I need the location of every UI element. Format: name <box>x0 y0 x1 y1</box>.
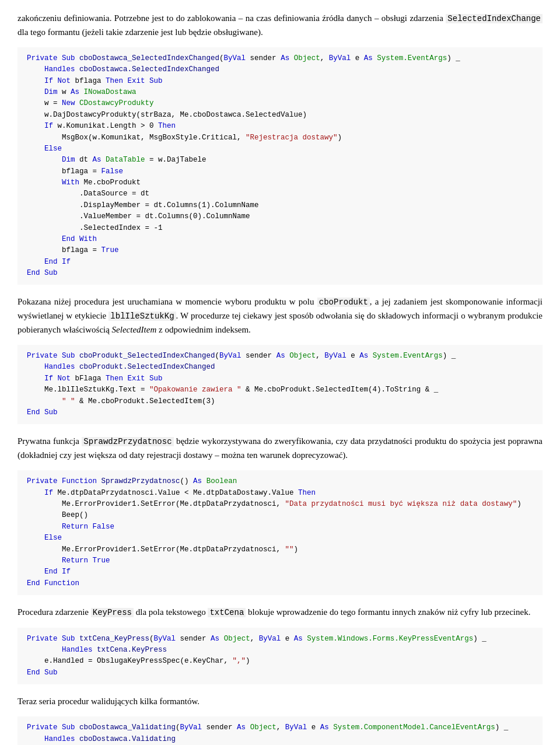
intro-text-after: dla tego formantu (jeżeli takie zdarzeni… <box>18 27 263 37</box>
code-block-1: Private Sub cboDostawca_SelectedIndexCha… <box>18 47 542 285</box>
intro-paragraph: zakończeniu definiowania. Potrzebne jest… <box>18 12 542 39</box>
para5-text: Teraz seria procedur walidujących kilka … <box>18 697 200 706</box>
code-block-4: Private Sub txtCena_KeyPress(ByVal sende… <box>18 628 542 685</box>
para4-text1: Procedura zdarzenie <box>18 607 91 617</box>
para4-code1: KeyPress <box>91 608 134 617</box>
paragraph-5: Teraz seria procedur walidujących kilka … <box>18 695 542 708</box>
code-block-2: Private Sub cboProdukt_SelectedIndexChan… <box>18 345 542 424</box>
para2-text4: z odpowiednim indeksem. <box>156 325 251 334</box>
intro-text-before: zakończeniu definiowania. Potrzebne jest… <box>18 13 446 23</box>
para4-text2: dla pola tekstowego <box>134 607 208 617</box>
intro-code-1: SelectedIndexChange <box>446 14 542 23</box>
paragraph-3: Prywatna funkcja SprawdzPrzydatnosc będz… <box>18 435 542 462</box>
code-block-3: Private Function SprawdzPrzydatnosc() As… <box>18 470 542 595</box>
para4-code2: txtCena <box>208 608 246 617</box>
paragraph-2: Pokazana niżej procedura jest uruchamian… <box>18 295 542 337</box>
para2-text1: Pokazana niżej procedura jest uruchamian… <box>18 297 317 306</box>
paragraph-4: Procedura zdarzenie KeyPress dla pola te… <box>18 606 542 620</box>
para3-code: SprawdzPrzydatnosc <box>82 437 173 446</box>
para4-text3: blokuje wprowadzenie do tego formantu in… <box>246 607 530 617</box>
para2-code2: lblIleSztukKg <box>108 312 176 321</box>
para2-code1: cboProdukt <box>317 298 370 307</box>
code-block-5: Private Sub cboDostawca_Validating(ByVal… <box>18 716 542 745</box>
para3-text1: Prywatna funkcja <box>18 436 82 446</box>
para2-em: SelectedItem <box>112 325 157 334</box>
